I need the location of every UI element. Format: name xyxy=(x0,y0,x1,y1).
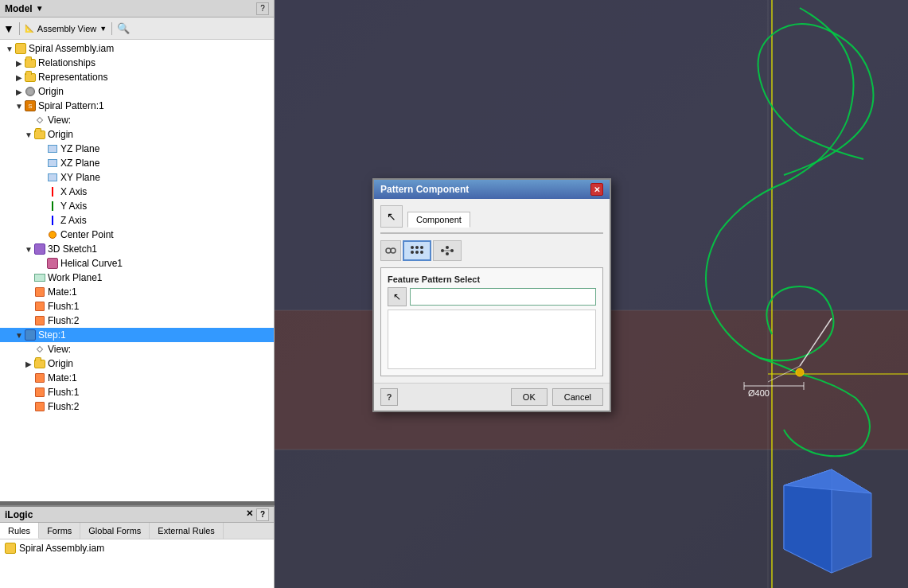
feature-pattern-input[interactable] xyxy=(410,288,596,306)
cursor-icon: ↖ xyxy=(387,210,396,223)
cancel-button[interactable]: Cancel xyxy=(552,388,603,406)
dialog-actions: OK Cancel xyxy=(511,388,603,406)
dialog-pattern-tab2[interactable] xyxy=(433,240,462,261)
dialog-icon-tabs xyxy=(380,240,603,261)
dialog-overlay: Pattern Component ✕ ↖ Component xyxy=(0,0,908,588)
help-icon: ? xyxy=(387,392,392,402)
svg-point-28 xyxy=(446,246,449,249)
section-label: Feature Pattern Select xyxy=(388,275,596,284)
dialog-top-section: ↖ Component xyxy=(380,205,603,234)
pattern-list-area xyxy=(388,310,596,369)
pattern-grid-icon2 xyxy=(439,244,455,257)
svg-point-21 xyxy=(411,246,414,249)
ok-button[interactable]: OK xyxy=(511,388,548,406)
component-tab[interactable]: Component xyxy=(407,212,470,228)
pattern-grid-icon xyxy=(409,244,425,257)
help-button[interactable]: ? xyxy=(380,388,398,406)
svg-point-24 xyxy=(415,251,419,254)
component-cursor-btn[interactable]: ↖ xyxy=(380,205,403,228)
link-icon xyxy=(384,244,397,257)
dialog-titlebar: Pattern Component ✕ xyxy=(374,180,610,199)
feature-pattern-section: Feature Pattern Select ↖ xyxy=(380,267,603,376)
svg-point-22 xyxy=(415,246,419,249)
svg-point-26 xyxy=(420,251,423,254)
field-cursor-icon: ↖ xyxy=(393,291,401,302)
component-tab-label: Component xyxy=(416,215,462,224)
field-row: ↖ xyxy=(388,287,596,306)
svg-point-23 xyxy=(411,251,414,254)
close-icon: ✕ xyxy=(594,185,600,194)
dialog-title-label: Pattern Component xyxy=(380,184,469,195)
svg-point-25 xyxy=(420,246,423,249)
pattern-component-dialog: Pattern Component ✕ ↖ Component xyxy=(372,178,611,412)
dialog-close-button[interactable]: ✕ xyxy=(590,183,603,196)
svg-point-29 xyxy=(446,252,449,255)
field-cursor-btn[interactable]: ↖ xyxy=(388,287,407,306)
dialog-pattern-tab1[interactable] xyxy=(403,240,431,261)
dialog-footer: ? OK Cancel xyxy=(374,383,610,411)
dialog-link-icon-btn[interactable] xyxy=(380,240,401,261)
dialog-body: ↖ Component xyxy=(374,199,610,383)
